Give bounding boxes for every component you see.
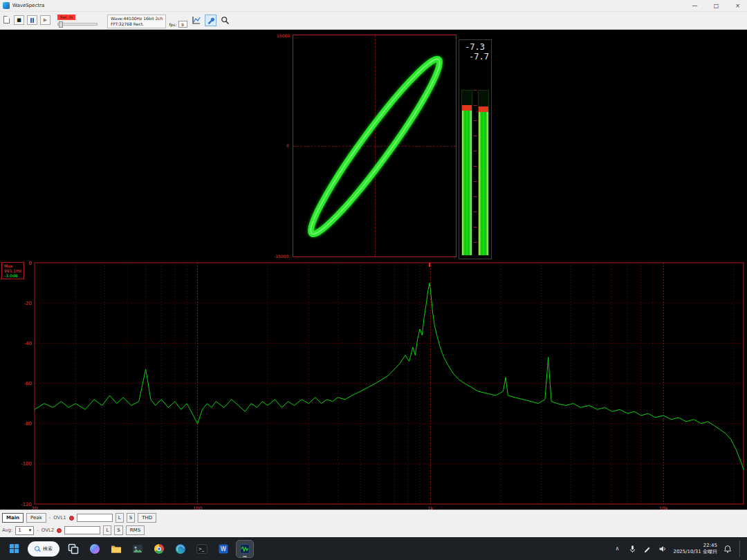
- lissajous-y-max-label: 15000: [277, 33, 290, 38]
- magnifier-icon: [221, 16, 230, 25]
- system-tray: ∧: [612, 544, 667, 554]
- minimize-button[interactable]: —: [685, 0, 704, 11]
- max-frequency: 991.1Hz: [4, 268, 21, 273]
- meter-right-peak-segment: [479, 106, 488, 112]
- search-label: 検索: [43, 545, 53, 552]
- meter-left-value: -7.3: [459, 42, 491, 52]
- ovl2-s-button[interactable]: S: [114, 525, 122, 535]
- fps-label: fps:: [169, 22, 176, 27]
- open-file-icon[interactable]: [3, 16, 10, 24]
- control-bar: Main Peak - OVL1 L S THD Avg: 1 ▾ - OVL2…: [0, 510, 747, 537]
- fps-group: fps: 9: [169, 21, 187, 28]
- meter-values: -7.3 -7.7: [459, 40, 491, 62]
- svg-text:-40: -40: [24, 341, 32, 346]
- pen-icon[interactable]: [643, 544, 652, 554]
- separator: -: [49, 515, 51, 521]
- ovl1-s-button[interactable]: S: [127, 513, 135, 523]
- graph-axes-icon: [192, 16, 201, 25]
- ovl2-l-button[interactable]: L: [103, 525, 111, 535]
- lissajous-y-min-label: -15000: [274, 254, 288, 259]
- ovl1-l-button[interactable]: L: [116, 513, 124, 523]
- format-info-box: Wave:44100Hz 16bit 2ch FFT:32768 Rect.: [107, 15, 166, 28]
- ovl2-field[interactable]: [64, 526, 100, 534]
- taskbar-app-file-explorer[interactable]: [108, 541, 124, 557]
- taskbar-search[interactable]: 検索: [28, 541, 59, 557]
- pause-button[interactable]: [27, 15, 37, 25]
- ovl1-led: [69, 516, 74, 521]
- lissajous-trace: [293, 35, 457, 258]
- windows-logo-icon: [10, 544, 19, 553]
- window-title: WaveSpectra: [12, 3, 683, 8]
- lissajous-panel: 15000 0 -15000: [293, 35, 456, 257]
- separator: -: [37, 528, 39, 533]
- clock-time: 22:45: [673, 543, 717, 549]
- spectrum-plot: 0-20-40-60-80-100-120201001k10k: [0, 261, 747, 510]
- svg-text:0: 0: [29, 261, 32, 266]
- max-level: -3.0dB: [4, 273, 21, 278]
- taskbar-app-photos[interactable]: [129, 541, 146, 557]
- slider-thumb[interactable]: [59, 21, 63, 28]
- fps-value-box[interactable]: 9: [178, 21, 187, 28]
- svg-text:W: W: [221, 546, 226, 552]
- play-icon: ▶: [44, 17, 47, 23]
- meter-bar-left: [461, 90, 472, 256]
- taskbar-app-wavespectra[interactable]: [237, 541, 253, 557]
- zoom-tool-button[interactable]: [219, 15, 231, 26]
- rms-button[interactable]: RMS: [126, 525, 145, 535]
- taskbar-app-word[interactable]: W: [215, 541, 232, 557]
- input-level-slider[interactable]: [57, 23, 98, 26]
- speaker-icon[interactable]: [658, 544, 667, 554]
- avg-label: Avg:: [2, 528, 12, 533]
- titlebar: WaveSpectra — □ ×: [0, 0, 747, 12]
- peak-button[interactable]: Peak: [26, 513, 46, 523]
- search-icon: [35, 546, 39, 551]
- thd-button[interactable]: THD: [138, 513, 156, 523]
- main-button[interactable]: Main: [2, 513, 24, 523]
- svg-text:-80: -80: [24, 421, 32, 427]
- svg-text:-20: -20: [24, 301, 32, 306]
- meter-left-level-segment: [462, 111, 472, 255]
- ovl2-led: [57, 528, 62, 533]
- taskbar-app-copilot[interactable]: [86, 541, 103, 557]
- pause-icon: [30, 18, 34, 23]
- svg-text:-100: -100: [21, 461, 32, 467]
- close-button[interactable]: ×: [728, 0, 747, 11]
- spectrum-panel: 0-20-40-60-80-100-120201001k10k Max 991.…: [0, 261, 747, 510]
- wrench-icon: [206, 16, 215, 25]
- taskbar-app-chrome[interactable]: [151, 541, 167, 557]
- taskbar-clock[interactable]: 22:45 2025/10/31 金曜日: [673, 543, 717, 555]
- toolbar: ■ ▶ Rec.In Wave:44100Hz 16bit 2ch FFT:32…: [0, 12, 747, 30]
- fft-format-text: FFT:32768 Rect.: [111, 21, 163, 27]
- wave-format-text: Wave:44100Hz 16bit 2ch: [111, 16, 163, 21]
- taskbar-app-edge[interactable]: [172, 541, 189, 557]
- taskbar-app-terminal[interactable]: >_: [194, 541, 210, 557]
- taskbar-apps: >_W: [65, 541, 253, 557]
- svg-text:-60: -60: [24, 381, 32, 386]
- chevron-up-icon[interactable]: ∧: [612, 544, 622, 554]
- meter-right-level-segment: [479, 112, 488, 255]
- spectrum-max-info-box: Max 991.1Hz -3.0dB: [1, 262, 24, 279]
- stop-button[interactable]: ■: [14, 15, 24, 25]
- taskbar: 検索 >_W ∧ 22:45 2025/10/31 金曜日: [0, 537, 747, 560]
- notification-bell-icon[interactable]: [723, 544, 732, 554]
- main-display-area: 15000 0 -15000 -7.3 -7.7 0-20-40-60-80-1…: [0, 30, 747, 510]
- svg-text:-120: -120: [21, 502, 32, 507]
- taskbar-app-task-view[interactable]: [65, 541, 82, 557]
- ovl1-field[interactable]: [77, 514, 113, 522]
- config-button[interactable]: [205, 15, 216, 26]
- maximize-button[interactable]: □: [707, 0, 726, 11]
- meter-bar-right: [478, 90, 489, 256]
- avg-select[interactable]: 1 ▾: [15, 526, 34, 535]
- microphone-icon[interactable]: [627, 544, 637, 554]
- graph-axes-button[interactable]: [190, 15, 202, 26]
- level-meter-panel: -7.3 -7.7: [459, 39, 492, 259]
- ovl1-label: OVL1: [53, 515, 66, 521]
- running-indicator: [243, 556, 247, 557]
- show-desktop-button[interactable]: [739, 541, 741, 557]
- lissajous-y-zero-label: 0: [286, 143, 289, 148]
- max-label: Max: [4, 263, 21, 268]
- meter-right-value: -7.7: [459, 52, 491, 62]
- start-button[interactable]: [6, 541, 22, 557]
- play-button[interactable]: ▶: [40, 15, 50, 25]
- avg-value: 1: [18, 528, 21, 533]
